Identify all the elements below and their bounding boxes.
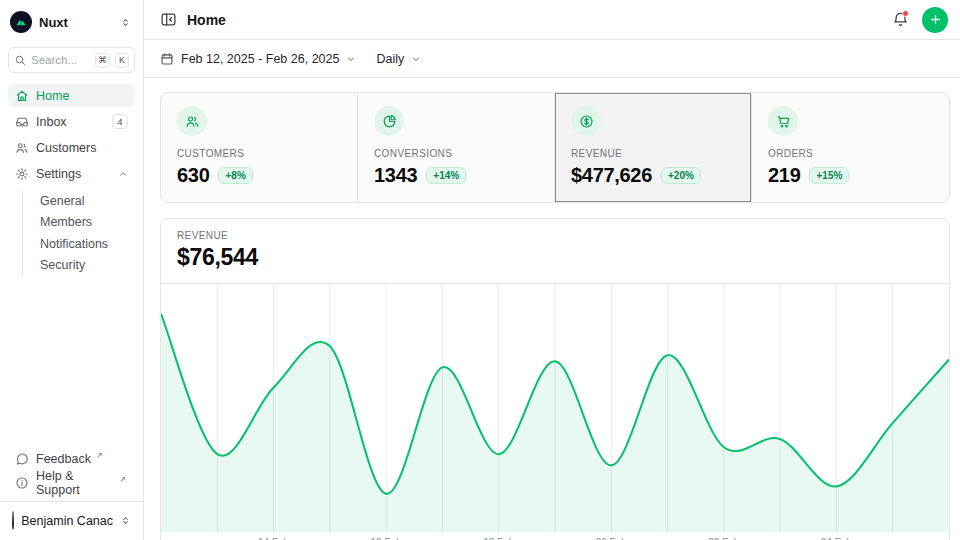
chart-plot-area <box>161 284 949 532</box>
workspace-selector[interactable]: Nuxt <box>8 8 135 41</box>
help-support-link[interactable]: Help & Support ↗ <box>8 472 135 494</box>
date-range-value: Feb 12, 2025 - Feb 26, 2025 <box>181 52 339 66</box>
sidebar-item-inbox[interactable]: Inbox 4 <box>8 110 135 133</box>
sidebar-item-security[interactable]: Security <box>23 255 135 277</box>
chevron-down-icon <box>346 54 356 64</box>
stat-card-revenue[interactable]: REVENUE $477,626 +20% <box>555 93 752 202</box>
stat-label: CUSTOMERS <box>177 148 341 159</box>
stat-value: 630 <box>177 164 209 187</box>
sidebar: Nuxt Search... ⌘ K Home <box>0 0 144 540</box>
filter-toolbar: Feb 12, 2025 - Feb 26, 2025 Daily <box>144 40 960 78</box>
page-header: Home <box>144 0 960 40</box>
avatar <box>12 511 14 530</box>
sidebar-item-notifications[interactable]: Notifications <box>23 233 135 255</box>
stat-value: 219 <box>768 164 800 187</box>
pie-chart-icon <box>374 106 404 136</box>
cart-icon <box>768 106 798 136</box>
inbox-icon <box>15 115 29 129</box>
stats-row: CUSTOMERS 630 +8% CONVERSIONS 1343 +14% <box>160 92 950 203</box>
x-axis-labels: 14 Feb16 Feb18 Feb20 Feb22 Feb24 Feb <box>161 532 949 540</box>
stat-card-customers[interactable]: CUSTOMERS 630 +8% <box>161 93 358 202</box>
stat-label: REVENUE <box>571 148 735 159</box>
chevron-down-icon <box>411 54 421 64</box>
gear-icon <box>15 167 29 181</box>
content-area: CUSTOMERS 630 +8% CONVERSIONS 1343 +14% <box>144 78 960 540</box>
home-icon <box>15 89 29 103</box>
feedback-link[interactable]: Feedback ↗ <box>8 448 135 470</box>
dollar-circle-icon <box>571 106 601 136</box>
sidebar-item-label: Home <box>36 89 69 103</box>
kbd-k: K <box>115 53 129 68</box>
stat-value: $477,626 <box>571 164 652 187</box>
main-area: Home Feb 12, 2025 - Feb 26, 2025 <box>144 0 960 540</box>
stat-delta-badge: +15% <box>809 167 849 184</box>
users-icon <box>15 141 29 155</box>
sidebar-item-label: Customers <box>36 141 96 155</box>
sidebar-nav: Home Inbox 4 Customers <box>8 84 135 277</box>
users-icon <box>177 106 207 136</box>
user-name: Benjamin Canac <box>21 514 113 528</box>
sidebar-item-label: Settings <box>36 167 81 181</box>
stat-label: CONVERSIONS <box>374 148 538 159</box>
workspace-name: Nuxt <box>39 15 113 30</box>
sidebar-item-home[interactable]: Home <box>8 84 135 107</box>
sidebar-spacer <box>8 277 135 448</box>
sub-item-label: Security <box>40 258 85 272</box>
stat-delta-badge: +14% <box>426 167 466 184</box>
chevron-up-icon <box>118 169 128 179</box>
chevron-up-down-icon <box>120 515 131 526</box>
footer-link-label: Feedback <box>36 452 91 466</box>
search-input[interactable]: Search... ⌘ K <box>8 47 135 73</box>
granularity-select[interactable]: Daily <box>376 52 421 66</box>
sub-item-label: Notifications <box>40 237 108 251</box>
revenue-chart <box>161 284 949 532</box>
stat-card-conversions[interactable]: CONVERSIONS 1343 +14% <box>358 93 555 202</box>
stat-label: ORDERS <box>768 148 933 159</box>
footer-link-label: Help & Support <box>36 469 114 497</box>
sub-item-label: Members <box>40 215 92 229</box>
search-placeholder: Search... <box>31 54 90 66</box>
sub-item-label: General <box>40 194 84 208</box>
search-icon <box>14 54 26 66</box>
sidebar-item-general[interactable]: General <box>23 190 135 212</box>
nuxt-logo <box>10 11 32 33</box>
sidebar-user-section: Benjamin Canac <box>0 501 143 540</box>
sidebar-item-settings[interactable]: Settings <box>8 162 135 185</box>
stat-value: 1343 <box>374 164 417 187</box>
sidebar-item-members[interactable]: Members <box>23 212 135 234</box>
stat-delta-badge: +20% <box>661 167 701 184</box>
chart-header: REVENUE $76,544 <box>161 219 949 284</box>
sidebar-collapse-icon[interactable] <box>160 11 177 28</box>
notifications-button[interactable] <box>892 11 909 28</box>
page-title: Home <box>187 12 226 28</box>
chart-metric-value: $76,544 <box>177 244 933 271</box>
date-range-picker[interactable]: Feb 12, 2025 - Feb 26, 2025 <box>160 52 356 66</box>
external-link-icon: ↗ <box>96 451 103 460</box>
external-link-icon: ↗ <box>119 475 126 484</box>
inbox-count-badge: 4 <box>112 114 128 129</box>
chart-metric-label: REVENUE <box>177 230 933 241</box>
stat-delta-badge: +8% <box>218 167 252 184</box>
user-menu[interactable]: Benjamin Canac <box>8 509 135 532</box>
stat-card-orders[interactable]: ORDERS 219 +15% <box>752 93 949 202</box>
calendar-icon <box>160 52 174 66</box>
revenue-chart-card: REVENUE $76,544 14 Feb16 Feb18 Feb20 Feb… <box>160 218 950 540</box>
granularity-value: Daily <box>376 52 404 66</box>
sidebar-item-label: Inbox <box>36 115 67 129</box>
sidebar-footer-links: Feedback ↗ Help & Support ↗ <box>8 448 135 501</box>
chevron-up-down-icon <box>120 17 131 28</box>
kbd-cmd: ⌘ <box>95 53 110 68</box>
info-circle-icon <box>15 476 29 490</box>
notification-dot <box>902 10 909 17</box>
settings-sub-menu: General Members Notifications Security <box>22 190 135 276</box>
plus-icon <box>929 13 942 26</box>
sidebar-item-customers[interactable]: Customers <box>8 136 135 159</box>
chat-bubble-icon <box>15 452 29 466</box>
add-button[interactable] <box>922 7 948 33</box>
header-actions <box>892 7 948 33</box>
